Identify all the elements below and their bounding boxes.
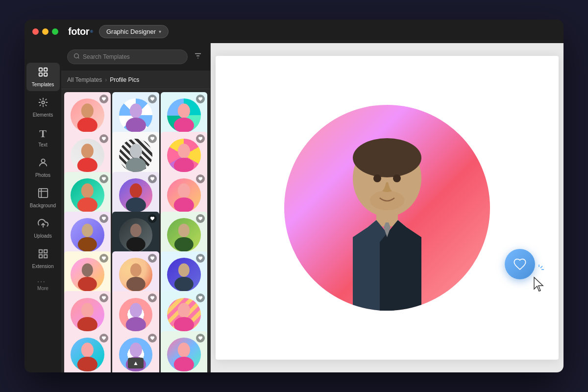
template-item[interactable] xyxy=(64,331,111,372)
sidebar-item-uploads[interactable]: Uploads xyxy=(26,214,60,243)
svg-point-34 xyxy=(174,197,194,212)
scroll-up-button[interactable]: ▲ xyxy=(128,358,144,368)
svg-point-38 xyxy=(126,237,146,252)
svg-point-24 xyxy=(77,158,98,172)
svg-point-12 xyxy=(74,54,79,58)
app-logo: fotor ® xyxy=(68,26,93,37)
svg-point-5 xyxy=(41,159,45,163)
minimize-button[interactable] xyxy=(42,28,49,35)
heart-icon xyxy=(513,257,527,271)
svg-point-67 xyxy=(393,174,401,182)
uploads-label: Uploads xyxy=(34,233,52,239)
search-icon xyxy=(74,53,80,61)
heart-badge[interactable] xyxy=(148,294,157,302)
filter-button[interactable] xyxy=(192,49,204,64)
svg-rect-3 xyxy=(44,73,47,76)
svg-point-52 xyxy=(174,317,194,332)
breadcrumb-separator: › xyxy=(105,76,107,83)
heart-badge[interactable] xyxy=(148,174,157,183)
heart-badge[interactable] xyxy=(99,334,108,343)
svg-point-68 xyxy=(370,191,404,210)
sidebar-item-text[interactable]: T Text xyxy=(26,123,60,151)
logo-text: fotor xyxy=(68,26,89,37)
search-input[interactable] xyxy=(83,53,181,60)
heart-badge[interactable] xyxy=(196,95,205,103)
maximize-button[interactable] xyxy=(52,28,58,35)
svg-rect-10 xyxy=(44,255,47,258)
photos-icon xyxy=(38,157,49,171)
svg-point-57 xyxy=(178,343,190,357)
icon-sidebar: Templates Elements T Text xyxy=(24,43,61,372)
svg-point-44 xyxy=(126,277,146,292)
logo-trademark: ® xyxy=(90,29,93,34)
svg-point-22 xyxy=(174,118,194,132)
svg-point-41 xyxy=(82,264,93,277)
svg-rect-0 xyxy=(39,68,42,71)
svg-point-30 xyxy=(77,197,98,212)
heart-badge[interactable] xyxy=(196,334,205,343)
more-dots[interactable]: ··· More xyxy=(37,277,49,291)
svg-line-13 xyxy=(78,57,79,58)
extension-label: Extension xyxy=(32,264,54,269)
heart-badge[interactable] xyxy=(148,334,157,343)
svg-point-21 xyxy=(178,104,190,119)
sidebar-item-elements[interactable]: Elements xyxy=(26,93,60,122)
svg-point-66 xyxy=(373,174,381,182)
text-icon: T xyxy=(39,127,47,140)
svg-point-25 xyxy=(129,144,142,158)
canvas-area xyxy=(211,43,564,372)
sidebar-item-templates[interactable]: Templates xyxy=(26,63,60,91)
heart-badge[interactable] xyxy=(196,254,205,263)
svg-point-46 xyxy=(174,277,194,292)
sidebar-item-extension[interactable]: Extension xyxy=(26,245,60,273)
mode-dropdown[interactable]: Graphic Designer ▾ xyxy=(99,25,169,38)
svg-rect-1 xyxy=(44,68,47,71)
breadcrumb-parent[interactable]: All Templates xyxy=(67,76,102,83)
chevron-down-icon: ▾ xyxy=(159,29,161,34)
svg-point-54 xyxy=(77,357,98,371)
extension-icon xyxy=(38,248,49,262)
svg-point-39 xyxy=(178,224,190,237)
svg-point-51 xyxy=(178,303,190,318)
svg-point-33 xyxy=(178,183,190,198)
elements-icon xyxy=(38,97,49,110)
favorite-button[interactable] xyxy=(505,249,535,279)
templates-label: Templates xyxy=(32,82,54,87)
sidebar-item-background[interactable]: Background xyxy=(26,184,60,212)
template-item[interactable] xyxy=(161,331,207,372)
mode-label: Graphic Designer xyxy=(106,28,156,35)
svg-point-20 xyxy=(125,118,146,132)
heart-badge[interactable] xyxy=(148,254,157,263)
heart-badge[interactable] xyxy=(196,214,205,223)
search-box[interactable] xyxy=(67,49,188,64)
svg-point-60 xyxy=(353,138,421,177)
heart-badge[interactable] xyxy=(148,134,157,143)
titlebar: fotor ® Graphic Designer ▾ xyxy=(24,20,564,43)
background-label: Background xyxy=(30,203,56,208)
svg-point-27 xyxy=(178,144,190,158)
breadcrumb: All Templates › Profile Pics xyxy=(61,71,210,89)
cursor-icon xyxy=(532,276,546,294)
svg-point-18 xyxy=(77,118,98,132)
logo-area xyxy=(24,49,61,61)
heart-badge[interactable] xyxy=(196,174,205,183)
template-panel: All Templates › Profile Pics xyxy=(61,43,211,372)
sidebar-item-photos[interactable]: Photos xyxy=(26,153,60,182)
background-icon xyxy=(38,188,49,201)
svg-point-58 xyxy=(174,357,194,371)
photos-label: Photos xyxy=(35,172,50,178)
svg-point-47 xyxy=(81,303,94,318)
svg-rect-6 xyxy=(38,189,47,197)
close-button[interactable] xyxy=(32,28,39,35)
heart-badge[interactable] xyxy=(148,95,157,103)
canvas-background xyxy=(216,56,559,360)
heart-badge[interactable] xyxy=(148,214,157,223)
svg-point-19 xyxy=(129,104,142,119)
elements-label: Elements xyxy=(33,112,53,118)
templates-icon xyxy=(38,67,49,80)
svg-point-26 xyxy=(125,158,146,172)
svg-marker-69 xyxy=(534,277,543,291)
text-label: Text xyxy=(38,142,47,147)
heart-badge[interactable] xyxy=(99,174,108,183)
profile-preview xyxy=(284,105,490,311)
